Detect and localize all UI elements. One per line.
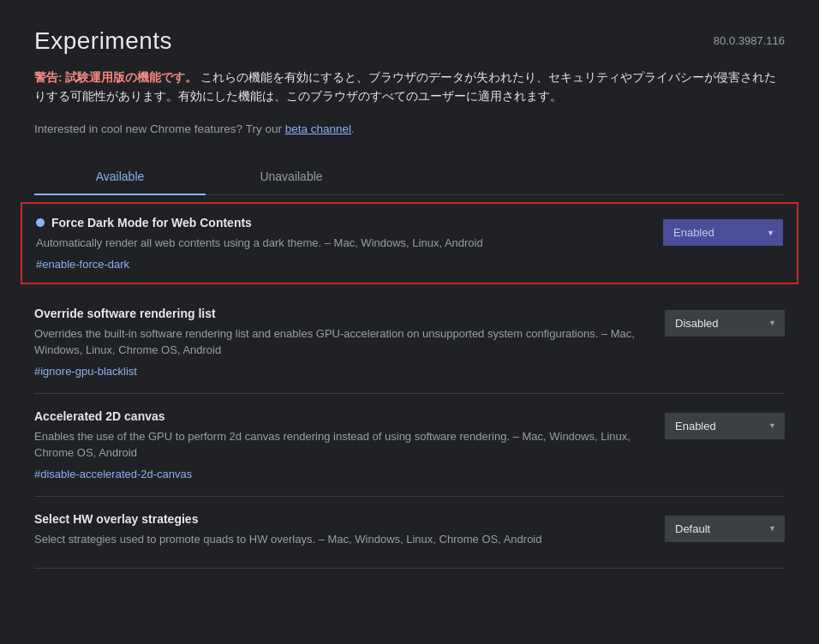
experiments-list: Force Dark Mode for Web Contents Automat…: [34, 202, 785, 569]
experiment-desc: Automatically render all web contents us…: [36, 235, 649, 252]
tabs-row: Available Unavailable: [34, 159, 785, 195]
experiment-desc-2d-canvas: Enables the use of the GPU to perform 2d…: [34, 428, 651, 462]
interest-line: Interested in cool new Chrome features? …: [34, 122, 785, 135]
page-title: Experiments: [34, 27, 172, 55]
interest-period: .: [351, 122, 355, 135]
warning-label: 警告: 試験運用版の機能です。: [34, 71, 197, 84]
tab-available[interactable]: Available: [34, 159, 206, 195]
header-row: Experiments 80.0.3987.116: [34, 27, 785, 55]
experiment-content-2d-canvas: Accelerated 2D canvas Enables the use of…: [34, 409, 651, 480]
experiment-title-override: Override software rendering list: [34, 307, 651, 320]
select-override[interactable]: Default Enabled Disabled: [665, 310, 785, 337]
experiment-control-override: Default Enabled Disabled: [665, 310, 785, 337]
experiment-control-hw-overlay: Default Enabled Disabled: [665, 516, 785, 542]
select-wrapper-force-dark: Default Enabled Disabled: [663, 219, 783, 246]
version-text: 80.0.3987.116: [714, 34, 785, 47]
experiment-desc-override: Overrides the built-in software renderin…: [34, 325, 651, 359]
experiment-item-2d-canvas: Accelerated 2D canvas Enables the use of…: [34, 394, 785, 497]
experiment-item-hw-overlay: Select HW overlay strategies Select stra…: [34, 497, 785, 569]
page-container: Experiments 80.0.3987.116 警告: 試験運用版の機能です…: [0, 0, 819, 596]
experiment-content-override: Override software rendering list Overrid…: [34, 307, 651, 378]
select-force-dark[interactable]: Default Enabled Disabled: [663, 219, 783, 246]
experiment-item-force-dark: Force Dark Mode for Web Contents Automat…: [21, 202, 798, 284]
experiment-desc-hw-overlay: Select strategies used to promote quads …: [34, 531, 651, 548]
select-wrapper-override: Default Enabled Disabled: [665, 310, 785, 337]
experiment-link-2d-canvas[interactable]: #disable-accelerated-2d-canvas: [34, 468, 192, 480]
experiment-control-2d-canvas: Default Enabled Disabled: [665, 413, 785, 439]
select-2d-canvas[interactable]: Default Enabled Disabled: [665, 413, 785, 439]
warning-box: 警告: 試験運用版の機能です。 これらの機能を有効にすると、ブラウザのデータが失…: [34, 69, 785, 105]
experiment-title-hw-overlay: Select HW overlay strategies: [34, 512, 651, 526]
experiment-control-force-dark: Default Enabled Disabled: [663, 219, 783, 246]
experiment-title-2d-canvas: Accelerated 2D canvas: [34, 409, 651, 423]
tab-unavailable[interactable]: Unavailable: [206, 159, 377, 195]
select-hw-overlay[interactable]: Default Enabled Disabled: [665, 516, 785, 542]
highlight-dot: [36, 218, 45, 227]
select-wrapper-hw-overlay: Default Enabled Disabled: [665, 516, 785, 542]
experiment-content-hw-overlay: Select HW overlay strategies Select stra…: [34, 512, 651, 553]
experiment-title: Force Dark Mode for Web Contents: [36, 216, 649, 230]
experiment-content: Force Dark Mode for Web Contents Automat…: [36, 216, 649, 271]
experiment-link-override[interactable]: #ignore-gpu-blacklist: [34, 365, 137, 378]
beta-channel-link[interactable]: beta channel: [285, 122, 351, 135]
select-wrapper-2d-canvas: Default Enabled Disabled: [665, 413, 785, 439]
experiment-link-force-dark[interactable]: #enable-force-dark: [36, 258, 129, 271]
interest-text: Interested in cool new Chrome features? …: [34, 122, 285, 135]
experiment-item-override-rendering: Override software rendering list Overrid…: [34, 291, 785, 394]
